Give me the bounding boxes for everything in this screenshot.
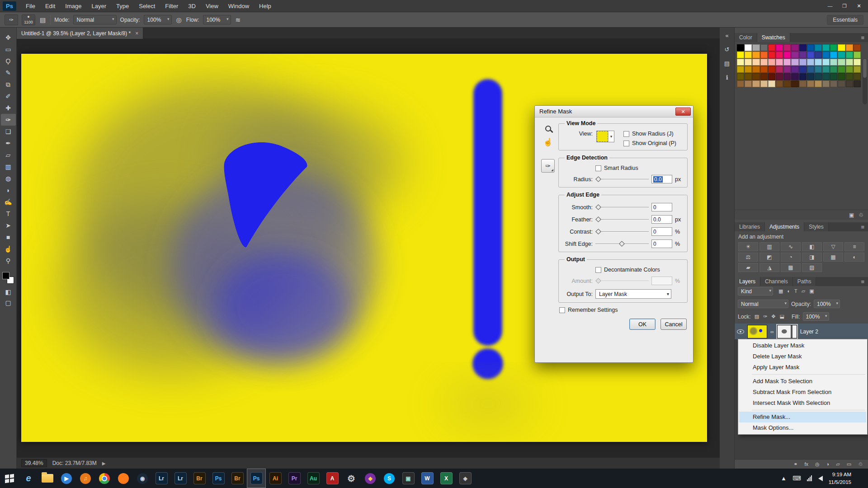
- color-balance-icon[interactable]: ⚖: [738, 253, 758, 262]
- filter-shape-layers-icon[interactable]: ▱: [801, 288, 806, 294]
- taskbar-firefox-icon[interactable]: [114, 469, 133, 488]
- brush-preset-picker[interactable]: ● 1100: [22, 14, 35, 25]
- new-layer-icon[interactable]: ▭: [846, 461, 852, 467]
- taskbar-premiere-icon[interactable]: Pr: [285, 469, 304, 488]
- taskbar-acrobat-icon[interactable]: A: [323, 469, 342, 488]
- swatch-56[interactable]: [799, 66, 807, 73]
- swatch-95[interactable]: [854, 80, 861, 87]
- close-button[interactable]: ✕: [852, 1, 866, 10]
- swatch-58[interactable]: [815, 66, 822, 73]
- crop-tool[interactable]: ⧉: [1, 79, 16, 90]
- swatch-11[interactable]: [822, 44, 830, 51]
- black-white-icon[interactable]: ◩: [760, 253, 779, 262]
- menu-item-filter[interactable]: Filter: [160, 0, 183, 12]
- taskbar-internet-explorer-icon[interactable]: e: [19, 469, 38, 488]
- taskbar-word-icon[interactable]: W: [418, 469, 437, 488]
- history-brush-tool[interactable]: ✒: [1, 137, 16, 149]
- swatch-18[interactable]: [752, 52, 760, 58]
- swatch-71[interactable]: [791, 73, 798, 80]
- menu-item-help[interactable]: Help: [254, 0, 276, 12]
- dialog-titlebar[interactable]: Refine Mask ✕: [535, 106, 693, 117]
- delete-swatch-button[interactable]: ♲: [859, 212, 863, 218]
- swatch-15[interactable]: [854, 44, 861, 51]
- swatch-81[interactable]: [745, 80, 752, 87]
- swatch-52[interactable]: [768, 66, 775, 73]
- tray-volume-icon[interactable]: [818, 476, 823, 481]
- curves-icon[interactable]: ∿: [781, 242, 801, 251]
- contrast-input[interactable]: 0: [651, 227, 672, 236]
- swatch-87[interactable]: [791, 80, 798, 87]
- properties-panel-icon[interactable]: ▤: [724, 60, 730, 67]
- swatch-76[interactable]: [830, 73, 837, 80]
- toggle-brush-panel-icon[interactable]: ▤: [39, 16, 47, 23]
- tray-keyboard-icon[interactable]: ⌨: [793, 475, 801, 482]
- swatch-21[interactable]: [776, 52, 783, 58]
- dialog-hand-tool-icon[interactable]: ☝: [543, 137, 552, 147]
- swatch-60[interactable]: [830, 66, 837, 73]
- type-tool[interactable]: T: [1, 208, 16, 220]
- swatch-68[interactable]: [768, 73, 775, 80]
- swatch-88[interactable]: [799, 80, 807, 87]
- shift-edge-slider[interactable]: [595, 241, 649, 247]
- quick-mask-button[interactable]: ◧: [5, 288, 11, 296]
- collapse-panels-icon[interactable]: «: [725, 32, 728, 39]
- swatch-5[interactable]: [776, 44, 783, 51]
- swatch-45[interactable]: [838, 59, 845, 66]
- layer-effects-icon[interactable]: fx: [803, 461, 809, 467]
- layer-opacity-select[interactable]: 100%: [814, 300, 840, 308]
- blur-tool[interactable]: ◍: [1, 173, 16, 184]
- menu-item-image[interactable]: Image: [60, 0, 86, 12]
- swatch-65[interactable]: [745, 73, 752, 80]
- taskbar-steam-icon[interactable]: ◉: [133, 469, 152, 488]
- swatch-92[interactable]: [830, 80, 837, 87]
- feather-input[interactable]: 0.0: [651, 215, 672, 224]
- swatch-28[interactable]: [830, 52, 837, 58]
- context-item-mask-options[interactable]: Mask Options...: [739, 422, 866, 433]
- kind-filter-select[interactable]: Kind: [738, 287, 773, 296]
- swatch-19[interactable]: [760, 52, 768, 58]
- swatch-48[interactable]: [737, 66, 744, 73]
- radius-slider[interactable]: [595, 176, 649, 183]
- lock-transparency-icon[interactable]: ▨: [754, 314, 760, 319]
- swatch-1[interactable]: [745, 44, 752, 51]
- menu-item-type[interactable]: Type: [111, 0, 134, 12]
- swatch-30[interactable]: [846, 52, 853, 58]
- swatch-9[interactable]: [807, 44, 814, 51]
- screen-mode-button[interactable]: ▢: [5, 299, 11, 306]
- taskbar-photoshop-1-icon[interactable]: Ps: [209, 469, 228, 488]
- swatch-12[interactable]: [830, 44, 837, 51]
- swatch-62[interactable]: [846, 66, 853, 73]
- swatch-33[interactable]: [745, 59, 752, 66]
- tab-paths[interactable]: Paths: [793, 277, 816, 286]
- swatch-20[interactable]: [768, 52, 775, 58]
- taskbar-illustrator-icon[interactable]: Ai: [266, 469, 285, 488]
- layer-blend-mode-select[interactable]: Normal: [738, 300, 788, 308]
- opacity-pressure-icon[interactable]: ◎: [175, 16, 183, 23]
- swatch-39[interactable]: [791, 59, 798, 66]
- swatch-63[interactable]: [854, 66, 861, 73]
- swatch-66[interactable]: [752, 73, 760, 80]
- menu-item-view[interactable]: View: [201, 0, 223, 12]
- swatch-77[interactable]: [838, 73, 845, 80]
- swatch-73[interactable]: [807, 73, 814, 80]
- quick-selection-tool[interactable]: ✎: [1, 67, 16, 79]
- swatch-24[interactable]: [799, 52, 807, 58]
- blend-mode-select[interactable]: Normal: [73, 15, 117, 24]
- healing-brush-tool[interactable]: ✚: [1, 102, 16, 114]
- smooth-input[interactable]: 0: [651, 203, 672, 211]
- workspace-switcher[interactable]: Essentials: [827, 15, 863, 25]
- menu-item-select[interactable]: Select: [134, 0, 160, 12]
- lasso-tool[interactable]: Ϙ: [1, 55, 16, 67]
- show-radius-checkbox[interactable]: [623, 131, 629, 137]
- swatch-34[interactable]: [752, 59, 760, 66]
- menu-item-edit[interactable]: Edit: [40, 0, 60, 12]
- swatch-10[interactable]: [815, 44, 822, 51]
- swatch-40[interactable]: [799, 59, 807, 66]
- tray-hidden-icons-icon[interactable]: ▲: [781, 475, 787, 482]
- swatch-2[interactable]: [752, 44, 760, 51]
- eraser-tool[interactable]: ▱: [1, 149, 16, 161]
- smart-radius-checkbox[interactable]: [595, 165, 601, 171]
- taskbar-bridge-1-icon[interactable]: Br: [190, 469, 209, 488]
- filter-pixel-layers-icon[interactable]: ▦: [778, 288, 784, 294]
- menu-item-window[interactable]: Window: [223, 0, 254, 12]
